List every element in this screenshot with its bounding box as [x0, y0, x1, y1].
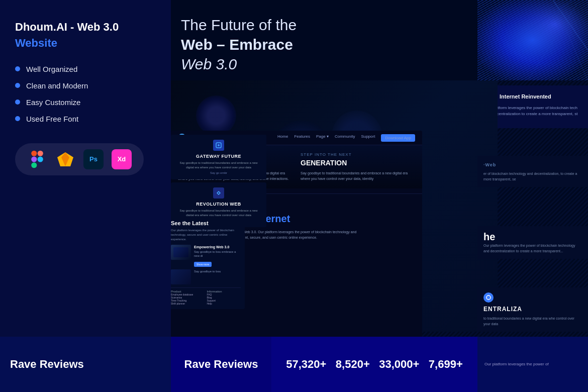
svg-point-4 — [38, 156, 43, 162]
sl-item-1-text: Say goodbye to bou embrace a new di — [194, 250, 241, 258]
sl-image-2 — [171, 269, 191, 284]
entr-dot — [483, 292, 494, 303]
gateway-icon — [213, 140, 224, 151]
bottom-links: ProductEmployee databaseScenariosTime Tr… — [171, 287, 241, 305]
see-latest-text: Our platform leverages the power of bloc… — [171, 228, 241, 242]
stat-4: 7,699+ — [429, 358, 463, 371]
strip-right-paragraph: Our platform leverages the power of — [484, 361, 581, 367]
rave-reviews-section: Rave Reviews — [171, 337, 271, 392]
right-web-box: ·Web er of blockchain technology and dec… — [477, 156, 588, 187]
svg-rect-2 — [31, 156, 37, 162]
bullet-4 — [15, 116, 20, 121]
mid-card-1-text: Say goodbye to traditional boundaries an… — [176, 161, 261, 170]
left-rave-title: Rave Reviews — [10, 358, 84, 371]
title-line1: Dhoum.AI - Web 3.0 — [15, 20, 156, 35]
download-btn[interactable]: Download App — [381, 134, 415, 142]
sketch-icon — [55, 149, 75, 169]
sl-item-2: Say goodbye to bou — [171, 269, 241, 284]
svg-point-19 — [486, 296, 491, 300]
rwb-title: ·Web — [483, 161, 582, 168]
preview-nav-links: Home Features Page ▾ Community Support D… — [277, 134, 415, 142]
tools-pill: Ps Xd — [15, 143, 144, 175]
sl-item-1: Empowering Web 3.0 Say goodbye to bou em… — [171, 245, 241, 267]
see-latest-card: See the Latest Our platform leverages th… — [171, 216, 245, 309]
photoshop-icon: Ps — [83, 149, 104, 169]
xd-icon: Xd — [112, 149, 132, 169]
bullet-1 — [15, 66, 20, 71]
stat-3: 33,000+ — [379, 358, 419, 371]
title-line2: Website — [15, 37, 156, 50]
feature-item-2: Clean and Modern — [15, 81, 156, 90]
burst-background — [477, 0, 588, 80]
svg-rect-7 — [477, 0, 588, 80]
sl-image-1 — [171, 245, 191, 260]
left-bottom-strip: Rave Reviews — [0, 337, 171, 392]
entralize-text: to traditional boundaries a new digital … — [483, 316, 582, 327]
inet-title: Internet Reinvented — [484, 90, 582, 103]
stat-2: 8,520+ — [336, 358, 370, 371]
feature-item-1: Well Organized — [15, 65, 156, 73]
rave-reviews-title: Rave Reviews — [184, 358, 258, 371]
strip-right-text: Our platform leverages the power of — [477, 337, 588, 392]
feature-item-4: Used Free Font — [15, 115, 156, 123]
top-right-headline: The Future of the Web – Embrace Web 3.0 — [181, 15, 297, 74]
stat-1: 57,320+ — [286, 358, 326, 371]
entralize-box: ENTRALIZA to traditional boundaries a ne… — [477, 287, 588, 332]
feature-item-3: Easy Customize — [15, 98, 156, 107]
svg-rect-1 — [38, 150, 43, 156]
bullet-3 — [15, 100, 20, 105]
sl-item-2-text: Say goodbye to bou — [194, 269, 221, 273]
figma-icon — [27, 149, 47, 169]
mid-card-1-title: GATEWAY FUTURE — [176, 154, 261, 159]
feature-list: Well Organized Clean and Modern Easy Cus… — [15, 65, 156, 123]
sl-item-1-label: Empowering Web 3.0 — [194, 245, 241, 250]
see-latest-title: See the Latest — [171, 220, 241, 226]
svg-rect-3 — [31, 162, 37, 168]
sl-btn-1[interactable]: Show more — [194, 262, 212, 267]
revolution-icon — [213, 187, 224, 199]
bullet-2 — [15, 83, 20, 88]
right-he-box: he Our platform leverages the power of b… — [477, 226, 588, 259]
hero-col-2: STEP INTO THE NEXT GENERATION Say goodby… — [301, 152, 415, 181]
entralize-title: ENTRALIZA — [483, 306, 582, 313]
svg-rect-0 — [31, 150, 37, 156]
stats-section: 57,320+ 8,520+ 33,000+ 7,699+ — [271, 337, 477, 392]
mid-card-2-title: REVOLUTION WEB — [176, 202, 261, 207]
left-panel: Dhoum.AI - Web 3.0 Website Well Organize… — [0, 0, 171, 392]
mid-card-1: GATEWAY FUTURE Say goodbye to traditiona… — [171, 135, 266, 179]
bottom-strip: Rave Reviews 57,320+ 8,520+ 33,000+ 7,69… — [171, 337, 588, 392]
main-area: The Future of the Web – Embrace Web 3.0 … — [171, 0, 588, 392]
